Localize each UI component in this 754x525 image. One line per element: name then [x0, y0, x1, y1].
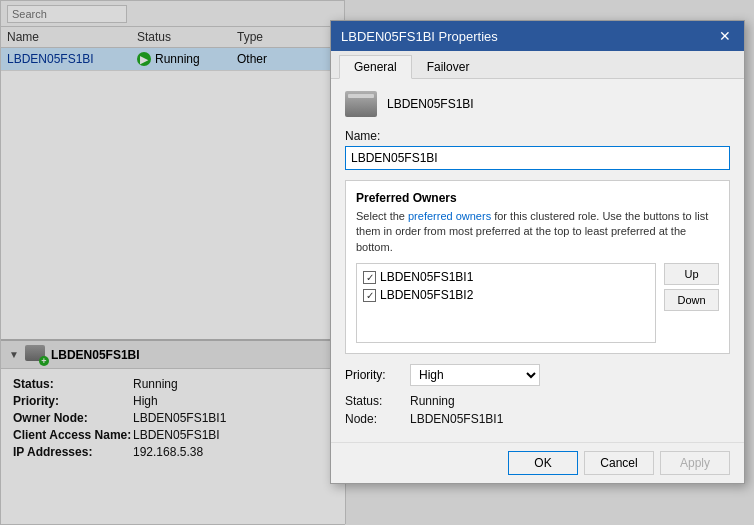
dialog-tabs: General Failover [331, 51, 744, 79]
status-info-row: Status: Running [345, 394, 730, 408]
owner-item-2[interactable]: ✓ LBDEN05FS1BI2 [361, 286, 651, 304]
preferred-owners-link[interactable]: preferred owners [408, 210, 491, 222]
owner-checkbox-1[interactable]: ✓ [363, 271, 376, 284]
dialog-icon-label: LBDEN05FS1BI [387, 97, 474, 111]
owner-item-1[interactable]: ✓ LBDEN05FS1BI1 [361, 268, 651, 286]
up-button[interactable]: Up [664, 263, 719, 285]
tab-general[interactable]: General [339, 55, 412, 79]
owner-checkbox-2[interactable]: ✓ [363, 289, 376, 302]
priority-row: Priority: High Medium Low No Auto Start [345, 364, 730, 386]
ok-button[interactable]: OK [508, 451, 578, 475]
dialog-titlebar: LBDEN05FS1BI Properties ✕ [331, 21, 744, 51]
node-info-value: LBDEN05FS1BI1 [410, 412, 503, 426]
node-info-label: Node: [345, 412, 400, 426]
down-button[interactable]: Down [664, 289, 719, 311]
tab-failover[interactable]: Failover [412, 55, 485, 78]
name-field-label: Name: [345, 129, 730, 143]
apply-button[interactable]: Apply [660, 451, 730, 475]
dialog-server-icon [345, 91, 377, 117]
owners-container: ✓ LBDEN05FS1BI1 ✓ LBDEN05FS1BI2 Up Down [356, 263, 719, 343]
dialog-title: LBDEN05FS1BI Properties [341, 29, 498, 44]
owner-name-1: LBDEN05FS1BI1 [380, 270, 473, 284]
owners-buttons: Up Down [664, 263, 719, 343]
node-info-row: Node: LBDEN05FS1BI1 [345, 412, 730, 426]
priority-label: Priority: [345, 368, 400, 382]
dialog-icon-row: LBDEN05FS1BI [345, 91, 730, 117]
dialog-close-button[interactable]: ✕ [716, 27, 734, 45]
preferred-owners-title: Preferred Owners [356, 191, 719, 205]
cancel-button[interactable]: Cancel [584, 451, 654, 475]
priority-select[interactable]: High Medium Low No Auto Start [410, 364, 540, 386]
owner-name-2: LBDEN05FS1BI2 [380, 288, 473, 302]
dialog-overlay: LBDEN05FS1BI Properties ✕ General Failov… [0, 0, 754, 525]
dialog-body: LBDEN05FS1BI Name: Preferred Owners Sele… [331, 79, 744, 442]
properties-dialog: LBDEN05FS1BI Properties ✕ General Failov… [330, 20, 745, 484]
name-input[interactable] [345, 146, 730, 170]
dialog-footer: OK Cancel Apply [331, 442, 744, 483]
preferred-owners-desc: Select the preferred owners for this clu… [356, 209, 719, 255]
preferred-owners-section: Preferred Owners Select the preferred ow… [345, 180, 730, 354]
owners-list: ✓ LBDEN05FS1BI1 ✓ LBDEN05FS1BI2 [356, 263, 656, 343]
status-info-value: Running [410, 394, 455, 408]
status-info-label: Status: [345, 394, 400, 408]
